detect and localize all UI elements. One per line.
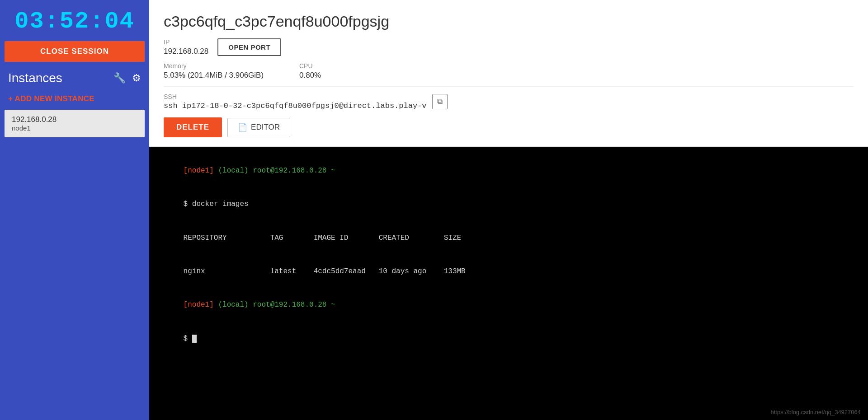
ip-label: IP <box>164 38 208 46</box>
term-user-1: root@192.168.0.28 ~ <box>249 167 335 175</box>
cpu-block: CPU 0.80% <box>299 62 435 80</box>
memory-block: Memory 5.03% (201.4MiB / 3.906GiB) <box>164 62 299 80</box>
ip-field-group: IP 192.168.0.28 <box>164 38 208 56</box>
ip-value: 192.168.0.28 <box>164 47 208 56</box>
term-user-2: root@192.168.0.28 ~ <box>249 301 335 309</box>
wrench-icon[interactable]: 🔧 <box>113 72 126 84</box>
instances-icons: 🔧 ⚙ <box>113 72 141 84</box>
editor-file-icon: 📄 <box>238 123 247 132</box>
term-node-2: [node1] <box>184 301 214 309</box>
term-line-1: [node1] (local) root@192.168.0.28 ~ <box>157 154 860 187</box>
ssh-row: SSH ssh ip172-18-0-32-c3pc6qfqf8u000fpgs… <box>164 93 854 110</box>
ip-row: IP 192.168.0.28 OPEN PORT <box>164 38 854 56</box>
term-prompt-dollar: $ <box>184 335 192 343</box>
add-new-instance-button[interactable]: + ADD NEW INSTANCE <box>0 91 149 110</box>
metrics-row: Memory 5.03% (201.4MiB / 3.906GiB) CPU 0… <box>164 62 854 87</box>
delete-button[interactable]: DELETE <box>164 117 222 137</box>
term-row-nginx: nginx latest 4cdc5dd7eaad 10 days ago 13… <box>184 267 466 275</box>
term-line-3: REPOSITORY TAG IMAGE ID CREATED SIZE <box>157 221 860 255</box>
term-line-4: nginx latest 4cdc5dd7eaad 10 days ago 13… <box>157 255 860 288</box>
instances-header: Instances 🔧 ⚙ <box>0 62 149 91</box>
clock-display: 03:52:04 <box>0 8 149 35</box>
instances-title: Instances <box>8 71 62 85</box>
instance-name: node1 <box>12 124 137 132</box>
open-port-button[interactable]: OPEN PORT <box>217 38 281 56</box>
cpu-value: 0.80% <box>299 71 435 80</box>
terminal[interactable]: [node1] (local) root@192.168.0.28 ~ $ do… <box>149 147 868 420</box>
ssh-value: ssh ip172-18-0-32-c3pc6qfqf8u000fpgsj0@d… <box>164 102 427 110</box>
term-command: $ docker images <box>184 200 249 208</box>
term-line-6: $ <box>157 322 860 355</box>
term-local-1: (local) <box>214 167 249 175</box>
close-session-button[interactable]: CLOSE SESSION <box>5 41 145 62</box>
instance-title: c3pc6qfq_c3pc7enqf8u000fpgsjg <box>164 13 854 30</box>
cpu-label: CPU <box>299 62 435 70</box>
memory-label: Memory <box>164 62 299 70</box>
memory-value: 5.03% (201.4MiB / 3.906GiB) <box>164 71 299 80</box>
action-row: DELETE 📄 EDITOR <box>164 117 854 137</box>
settings-icon[interactable]: ⚙ <box>132 72 141 84</box>
instance-ip: 192.168.0.28 <box>12 115 137 124</box>
term-local-2: (local) <box>214 301 249 309</box>
instance-item[interactable]: 192.168.0.28 node1 <box>5 110 145 137</box>
term-line-5: [node1] (local) root@192.168.0.28 ~ <box>157 289 860 322</box>
main-panel: c3pc6qfq_c3pc7enqf8u000fpgsjg IP 192.168… <box>149 0 868 420</box>
instance-list: 192.168.0.28 node1 <box>0 110 149 139</box>
info-panel: c3pc6qfq_c3pc7enqf8u000fpgsjg IP 192.168… <box>149 0 868 147</box>
editor-label: EDITOR <box>251 123 280 132</box>
sidebar: 03:52:04 CLOSE SESSION Instances 🔧 ⚙ + A… <box>0 0 149 420</box>
ssh-label: SSH <box>164 93 427 100</box>
watermark: https://blog.csdn.net/qq_34927064 <box>771 409 861 415</box>
editor-button[interactable]: 📄 EDITOR <box>227 118 290 137</box>
term-cursor <box>192 335 197 343</box>
clock-area: 03:52:04 <box>0 0 149 41</box>
copy-button[interactable]: ⧉ <box>432 94 448 109</box>
term-header: REPOSITORY TAG IMAGE ID CREATED SIZE <box>184 234 462 242</box>
copy-icon: ⧉ <box>437 97 443 106</box>
ssh-field-group: SSH ssh ip172-18-0-32-c3pc6qfqf8u000fpgs… <box>164 93 427 110</box>
term-line-2: $ docker images <box>157 187 860 221</box>
term-node-1: [node1] <box>184 167 214 175</box>
